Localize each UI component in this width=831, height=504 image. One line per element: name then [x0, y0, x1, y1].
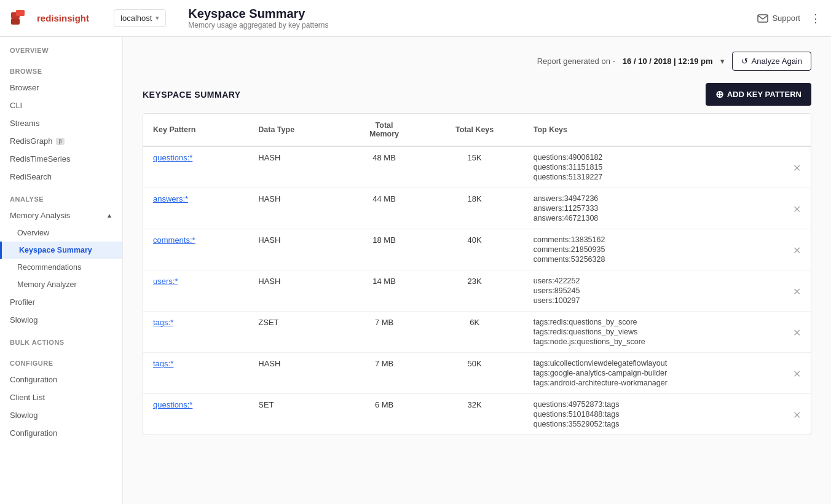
- logo: redisinsight: [10, 7, 89, 30]
- cell-delete: ✕: [783, 270, 811, 312]
- section-title: KEYSPACE SUMMARY: [143, 90, 241, 100]
- sidebar-item-streams[interactable]: Streams: [0, 114, 122, 132]
- content-area: Report generated on - 16 / 10 / 2018 | 1…: [123, 37, 831, 504]
- cell-total-keys: 15K: [426, 146, 524, 188]
- svg-rect-3: [758, 15, 768, 22]
- top-key-item: tags:node.js:questions_by_score: [534, 337, 773, 346]
- cell-total-keys: 40K: [426, 229, 524, 270]
- key-pattern-link[interactable]: comments:*: [153, 235, 195, 245]
- sidebar-item-slowlog[interactable]: Slowlog: [0, 311, 122, 329]
- top-key-item: tags:redis:questions_by_score: [534, 318, 773, 326]
- sidebar-item-configuration[interactable]: Configuration: [0, 371, 122, 388]
- logo-highlight: redis: [37, 13, 59, 23]
- cell-top-keys: questions:49006182questions:31151815ques…: [524, 146, 783, 188]
- sidebar: OVERVIEW BROWSE Browser CLI Streams Redi…: [0, 37, 123, 504]
- report-bar: Report generated on - 16 / 10 / 2018 | 1…: [143, 52, 811, 71]
- key-pattern-link[interactable]: users:*: [153, 277, 178, 286]
- top-key-item: answers:34947236: [534, 194, 773, 203]
- key-pattern-link[interactable]: tags:*: [153, 318, 173, 327]
- top-bar: redisinsight localhost ▾ Keyspace Summar…: [0, 0, 831, 37]
- more-menu-button[interactable]: ⋮: [810, 12, 821, 25]
- main-layout: OVERVIEW BROWSE Browser CLI Streams Redi…: [0, 37, 831, 504]
- delete-row-button[interactable]: ✕: [793, 367, 801, 380]
- top-key-item: questions:51319227: [534, 173, 773, 181]
- cell-data-type: HASH: [248, 229, 342, 270]
- table-row: tags:*HASH7 MB50Ktags:uicollectionviewde…: [143, 353, 811, 394]
- delete-row-button[interactable]: ✕: [793, 243, 801, 256]
- cell-data-type: HASH: [248, 188, 342, 229]
- top-key-item: questions:31151815: [534, 163, 773, 171]
- cell-total-memory: 6 MB: [343, 394, 426, 435]
- col-total-memory: TotalMemory: [343, 114, 426, 146]
- sidebar-item-keyspace-summary[interactable]: Keyspace Summary: [0, 242, 122, 259]
- key-pattern-link[interactable]: tags:*: [153, 359, 173, 368]
- top-key-item: tags:android-architecture-workmanager: [534, 379, 773, 387]
- report-date: 16 / 10 / 2018 | 12:19 pm: [623, 57, 713, 66]
- top-key-item: users:895245: [534, 286, 773, 295]
- delete-row-button[interactable]: ✕: [793, 285, 801, 297]
- cell-data-type: HASH: [248, 270, 342, 312]
- key-pattern-link[interactable]: questions:*: [153, 400, 192, 409]
- key-pattern-link[interactable]: questions:*: [153, 153, 192, 162]
- sidebar-item-memory-analysis[interactable]: Memory Analysis ▲: [0, 207, 122, 224]
- add-key-pattern-button[interactable]: ⊕ ADD KEY PATTERN: [706, 83, 811, 106]
- chevron-down-icon: ▾: [156, 14, 159, 22]
- plus-icon: ⊕: [715, 89, 723, 100]
- cell-total-keys: 32K: [426, 394, 524, 435]
- sidebar-item-browser[interactable]: Browser: [0, 79, 122, 96]
- logo-rest: insight: [59, 13, 89, 23]
- delete-row-button[interactable]: ✕: [793, 408, 801, 421]
- table-row: questions:*HASH48 MB15Kquestions:4900618…: [143, 146, 811, 188]
- sidebar-item-redisearch[interactable]: RediSearch: [0, 168, 122, 186]
- top-key-item: comments:13835162: [534, 235, 773, 244]
- cell-total-memory: 48 MB: [343, 146, 426, 188]
- cell-data-type: HASH: [248, 146, 342, 188]
- sidebar-item-configuration-bottom[interactable]: Configuration: [0, 424, 122, 442]
- cell-delete: ✕: [783, 394, 811, 435]
- sidebar-item-slowlog-bottom[interactable]: Slowlog: [0, 406, 122, 424]
- page-subtitle: Memory usage aggregated by key patterns: [188, 21, 747, 30]
- delete-row-button[interactable]: ✕: [793, 202, 801, 215]
- redis-logo-icon: [10, 7, 32, 30]
- cell-delete: ✕: [783, 146, 811, 188]
- cell-delete: ✕: [783, 229, 811, 270]
- sidebar-item-redisgraph[interactable]: RedisGraphβ: [0, 132, 122, 150]
- top-key-item: answers:46721308: [534, 214, 773, 222]
- sidebar-item-redistimeseries[interactable]: RedisTimeSeries: [0, 150, 122, 168]
- sidebar-item-profiler[interactable]: Profiler: [0, 293, 122, 311]
- top-key-item: questions:49752873:tags: [534, 400, 773, 409]
- sidebar-item-overview[interactable]: Overview: [0, 224, 122, 242]
- delete-row-button[interactable]: ✕: [793, 326, 801, 339]
- sidebar-item-memory-analyzer[interactable]: Memory Analyzer: [0, 276, 122, 293]
- page-title-block: Keyspace Summary Memory usage aggregated…: [188, 7, 747, 30]
- logo-text: redisinsight: [37, 13, 89, 23]
- section-header: KEYSPACE SUMMARY ⊕ ADD KEY PATTERN: [143, 83, 811, 106]
- cell-delete: ✕: [783, 312, 811, 353]
- cell-total-keys: 6K: [426, 312, 524, 353]
- cell-total-memory: 7 MB: [343, 312, 426, 353]
- cell-key-pattern: comments:*: [143, 229, 248, 270]
- key-pattern-link[interactable]: answers:*: [153, 194, 188, 203]
- cell-data-type: SET: [248, 394, 342, 435]
- cell-data-type: HASH: [248, 353, 342, 394]
- top-key-item: comments:53256328: [534, 255, 773, 264]
- configure-section-label: CONFIGURE: [0, 350, 122, 371]
- table-row: answers:*HASH44 MB18Kanswers:34947236ans…: [143, 188, 811, 229]
- add-key-pattern-label: ADD KEY PATTERN: [727, 90, 801, 99]
- cell-total-keys: 50K: [426, 353, 524, 394]
- date-dropdown-chevron[interactable]: ▾: [720, 57, 725, 66]
- sidebar-item-client-list[interactable]: Client List: [0, 388, 122, 406]
- sidebar-item-recommendations[interactable]: Recommendations: [0, 259, 122, 276]
- cell-data-type: ZSET: [248, 312, 342, 353]
- table-row: comments:*HASH18 MB40Kcomments:13835162c…: [143, 229, 811, 270]
- table-header: Key Pattern Data Type TotalMemory Total …: [143, 114, 811, 146]
- server-selector[interactable]: localhost ▾: [114, 9, 166, 27]
- analyze-again-button[interactable]: ↺ Analyze Again: [732, 52, 811, 71]
- sidebar-item-cli[interactable]: CLI: [0, 96, 122, 114]
- delete-row-button[interactable]: ✕: [793, 161, 801, 174]
- support-button[interactable]: Support: [757, 14, 800, 23]
- cell-top-keys: tags:redis:questions_by_scoretags:redis:…: [524, 312, 783, 353]
- cell-key-pattern: questions:*: [143, 394, 248, 435]
- server-name: localhost: [120, 14, 152, 23]
- top-key-item: questions:49006182: [534, 153, 773, 162]
